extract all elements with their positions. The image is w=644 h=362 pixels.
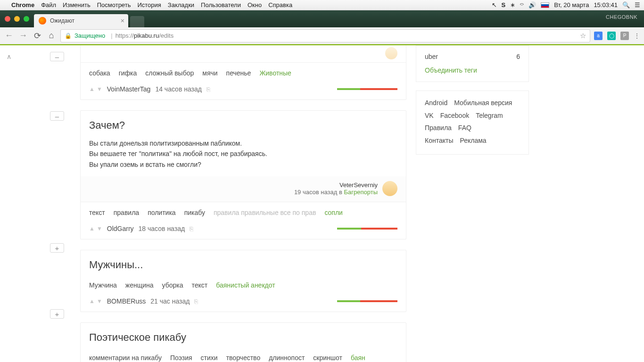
tag[interactable]: гифка [119,69,137,77]
tag[interactable]: Поэзия [170,354,192,362]
tag[interactable]: сложный выбор [145,69,194,77]
profile-badge[interactable]: CHEGOBNK [606,14,637,20]
extension-translate-icon[interactable]: а [594,32,603,40]
tag[interactable]: текст [89,209,105,216]
menu-file[interactable]: Файл [41,1,56,8]
menu-window[interactable]: Окно [248,1,262,8]
flag-ru-icon[interactable] [541,2,549,8]
footer-link[interactable]: Telegram [476,112,503,119]
post-title[interactable]: Поэтическое пикабу [81,323,406,347]
tag[interactable]: мячи [202,69,217,77]
footer-link[interactable]: Контакты [425,137,453,144]
bookmark-star-icon[interactable]: ☆ [580,32,586,40]
menu-bookmarks[interactable]: Закладки [168,1,194,8]
footer-link[interactable]: Реклама [460,137,486,144]
avatar[interactable] [385,47,397,59]
collapse-button[interactable]: – [50,111,64,121]
menubar-time[interactable]: 15:03:41 [594,1,618,8]
editor-username[interactable]: BOMBERuss [107,297,146,305]
back-button[interactable]: ← [4,31,14,41]
post-card: Мужчины... Мужчина женщина уборка текст … [80,250,406,312]
home-button[interactable]: ⌂ [46,31,57,41]
editor-username[interactable]: OldGarry [107,225,134,232]
upvote-icon[interactable]: ▲ [89,86,95,92]
tag[interactable]: творчество [226,354,261,362]
tag[interactable]: текст [192,281,208,289]
tag-pending[interactable]: правила правильные все по прав [214,209,316,216]
expand-button[interactable]: + [50,309,64,319]
tag[interactable]: уборка [162,281,183,289]
vote-ratio-bar [337,300,397,302]
link-icon[interactable]: ⎘ [194,298,198,305]
footer-link[interactable]: Мобильная версия [454,99,512,107]
menu-users[interactable]: Пользователи [201,1,241,8]
address-bar[interactable]: 🔒 Защищено | https://pikabu.ru/edits ☆ [60,29,590,42]
menu-history[interactable]: История [137,1,161,8]
footer-link[interactable]: Facebook [440,112,469,119]
maximize-window-button[interactable] [24,16,29,22]
extension-adguard-icon[interactable]: ◯ [607,32,616,40]
tag[interactable]: правила [114,209,139,216]
tag[interactable]: длиннопост [269,354,305,362]
downvote-icon[interactable]: ▼ [97,86,102,92]
downvote-icon[interactable]: ▼ [97,225,102,232]
upvote-icon[interactable]: ▲ [89,225,95,232]
menubar-date[interactable]: Вт, 20 марта [554,1,589,8]
menubar-app[interactable]: Chrome [11,1,34,8]
wifi-icon[interactable]: ⌔ [520,1,524,8]
author-name[interactable]: VeterSeverniy [294,181,378,189]
tab-close-icon[interactable]: × [121,17,124,25]
menu-view[interactable]: Посмотреть [97,1,131,8]
tag[interactable]: политика [148,209,176,216]
post-title[interactable]: Зачем? [81,111,406,135]
link-icon[interactable]: ⎘ [206,86,210,93]
reload-button[interactable]: ⟳ [32,31,42,41]
favicon-icon [39,17,46,25]
avatar[interactable] [382,181,397,196]
expand-button[interactable]: + [50,243,64,253]
menu-edit[interactable]: Изменить [63,1,91,8]
tag[interactable]: собака [89,69,110,77]
footer-link[interactable]: Android [425,99,447,107]
menu-extras-icon[interactable]: ☰ [635,1,640,8]
tag[interactable]: скриншот [313,354,342,362]
tag[interactable]: сопли [324,209,343,216]
arrow-icon[interactable]: ↖ [492,1,497,8]
post-title[interactable]: Мужчины... [81,250,406,275]
scroll-top-button[interactable]: ∧ [7,53,11,60]
new-tab-button[interactable] [130,16,144,27]
tag[interactable]: женщина [125,281,154,289]
tag[interactable]: печенье [226,69,251,77]
tag[interactable]: стихи [201,354,218,362]
tag[interactable]: комментарии на пикабу [89,354,162,362]
editor-username[interactable]: VoinMasterTag [107,85,151,93]
tag[interactable]: баянистый анекдот [216,281,275,289]
forward-button[interactable]: → [18,31,28,41]
tag[interactable]: Мужчина [89,281,117,289]
skype-icon[interactable]: S [502,1,506,8]
footer-link[interactable]: FAQ [458,124,471,132]
extension-p-icon[interactable]: P [620,32,629,40]
merge-tags-link[interactable]: Объединить теги [425,66,477,74]
post-footer: ▲▼ BOMBERuss 21 час назад ⎘ [81,294,406,312]
tag-list: комментарии на пикабу Поэзия стихи творч… [81,347,406,362]
tag[interactable]: баян [351,354,365,362]
link-icon[interactable]: ⎘ [190,225,193,232]
bluetooth-icon[interactable]: ∗ [510,1,515,8]
tag[interactable]: пикабу [184,209,205,216]
minimize-window-button[interactable] [14,16,20,22]
spotlight-icon[interactable]: 🔍 [622,1,630,8]
close-window-button[interactable] [5,16,10,22]
collapse-button[interactable]: – [50,52,64,61]
browser-tab[interactable]: Ожидают × [34,14,128,27]
tag[interactable]: Животные [259,69,291,77]
upvote-icon[interactable]: ▲ [89,298,95,304]
footer-link[interactable]: VK [425,112,434,119]
menu-help[interactable]: Справка [268,1,292,8]
volume-icon[interactable]: 🔊 [528,1,536,8]
downvote-icon[interactable]: ▼ [97,298,102,304]
footer-link[interactable]: Правила [425,124,452,132]
chrome-menu-icon[interactable]: ⋮ [634,32,640,40]
community-link[interactable]: Багрепорты [344,189,378,196]
sidebar-tag-row[interactable]: uber 6 [425,51,520,62]
